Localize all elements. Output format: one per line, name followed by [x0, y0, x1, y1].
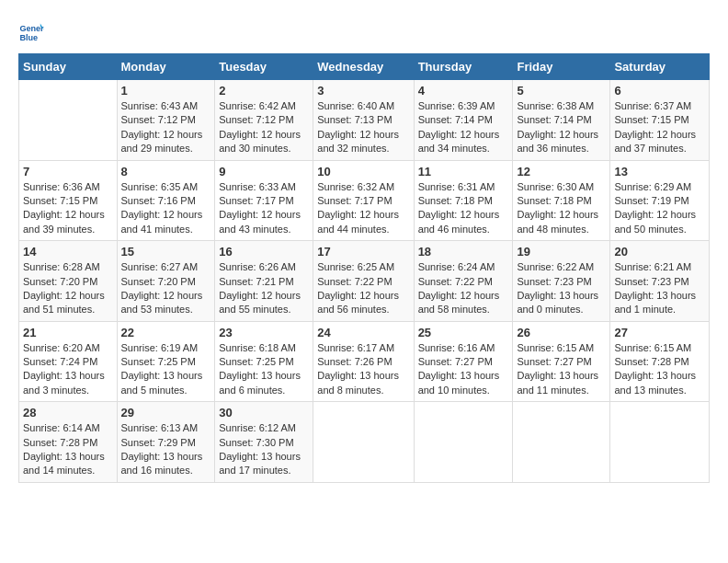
calendar-cell: 25Sunrise: 6:16 AM Sunset: 7:27 PM Dayli… [414, 321, 513, 402]
day-info: Sunrise: 6:19 AM Sunset: 7:25 PM Dayligh… [121, 341, 211, 398]
calendar-cell: 30Sunrise: 6:12 AM Sunset: 7:30 PM Dayli… [215, 402, 313, 483]
calendar-week-3: 14Sunrise: 6:28 AM Sunset: 7:20 PM Dayli… [19, 241, 710, 322]
calendar-cell: 29Sunrise: 6:13 AM Sunset: 7:29 PM Dayli… [117, 402, 215, 483]
day-info: Sunrise: 6:16 AM Sunset: 7:27 PM Dayligh… [418, 341, 509, 398]
day-info: Sunrise: 6:33 AM Sunset: 7:17 PM Dayligh… [219, 180, 309, 237]
day-info: Sunrise: 6:12 AM Sunset: 7:30 PM Dayligh… [219, 421, 309, 478]
calendar-header-row: SundayMondayTuesdayWednesdayThursdayFrid… [19, 54, 710, 80]
calendar-week-5: 28Sunrise: 6:14 AM Sunset: 7:28 PM Dayli… [19, 402, 710, 483]
day-number: 18 [418, 245, 509, 259]
day-number: 21 [23, 326, 113, 339]
day-number: 1 [121, 84, 211, 98]
calendar-cell: 19Sunrise: 6:22 AM Sunset: 7:23 PM Dayli… [513, 241, 610, 322]
day-info: Sunrise: 6:22 AM Sunset: 7:23 PM Dayligh… [517, 260, 606, 317]
day-info: Sunrise: 6:25 AM Sunset: 7:22 PM Dayligh… [317, 260, 409, 317]
calendar-cell: 10Sunrise: 6:32 AM Sunset: 7:17 PM Dayli… [313, 160, 414, 241]
calendar-cell: 23Sunrise: 6:18 AM Sunset: 7:25 PM Dayli… [215, 321, 313, 402]
calendar-cell [19, 80, 118, 161]
day-info: Sunrise: 6:24 AM Sunset: 7:22 PM Dayligh… [418, 260, 509, 317]
day-number: 17 [317, 245, 409, 259]
day-number: 5 [517, 84, 606, 98]
day-number: 26 [517, 326, 606, 339]
day-number: 13 [614, 165, 705, 178]
calendar-cell: 7Sunrise: 6:36 AM Sunset: 7:15 PM Daylig… [19, 160, 118, 241]
calendar-cell: 6Sunrise: 6:37 AM Sunset: 7:15 PM Daylig… [610, 80, 710, 161]
day-number: 9 [219, 165, 309, 178]
day-info: Sunrise: 6:21 AM Sunset: 7:23 PM Dayligh… [614, 260, 705, 317]
calendar-week-2: 7Sunrise: 6:36 AM Sunset: 7:15 PM Daylig… [19, 160, 710, 241]
calendar-cell: 13Sunrise: 6:29 AM Sunset: 7:19 PM Dayli… [610, 160, 710, 241]
day-info: Sunrise: 6:26 AM Sunset: 7:21 PM Dayligh… [219, 260, 309, 317]
calendar-week-1: 1Sunrise: 6:43 AM Sunset: 7:12 PM Daylig… [19, 80, 710, 161]
calendar-cell: 27Sunrise: 6:15 AM Sunset: 7:28 PM Dayli… [610, 321, 710, 402]
weekday-header-thursday: Thursday [414, 54, 513, 80]
weekday-header-friday: Friday [513, 54, 610, 80]
svg-text:Blue: Blue [19, 33, 38, 42]
calendar-week-4: 21Sunrise: 6:20 AM Sunset: 7:24 PM Dayli… [19, 321, 710, 402]
weekday-header-sunday: Sunday [19, 54, 118, 80]
weekday-header-wednesday: Wednesday [313, 54, 414, 80]
calendar-cell: 12Sunrise: 6:30 AM Sunset: 7:18 PM Dayli… [513, 160, 610, 241]
day-number: 8 [121, 165, 211, 178]
calendar-cell: 9Sunrise: 6:33 AM Sunset: 7:17 PM Daylig… [215, 160, 313, 241]
day-number: 2 [219, 84, 309, 98]
calendar-cell: 20Sunrise: 6:21 AM Sunset: 7:23 PM Dayli… [610, 241, 710, 322]
calendar-cell [313, 402, 414, 483]
day-number: 10 [317, 165, 409, 178]
day-number: 28 [23, 406, 113, 419]
calendar-cell: 2Sunrise: 6:42 AM Sunset: 7:12 PM Daylig… [215, 80, 313, 161]
calendar-cell: 21Sunrise: 6:20 AM Sunset: 7:24 PM Dayli… [19, 321, 118, 402]
weekday-header-saturday: Saturday [610, 54, 710, 80]
day-info: Sunrise: 6:40 AM Sunset: 7:13 PM Dayligh… [317, 99, 409, 156]
day-number: 30 [219, 406, 309, 419]
day-info: Sunrise: 6:39 AM Sunset: 7:14 PM Dayligh… [418, 99, 509, 156]
calendar-cell: 24Sunrise: 6:17 AM Sunset: 7:26 PM Dayli… [313, 321, 414, 402]
day-number: 29 [121, 406, 211, 419]
day-number: 20 [614, 245, 705, 259]
calendar-cell: 18Sunrise: 6:24 AM Sunset: 7:22 PM Dayli… [414, 241, 513, 322]
calendar-cell: 4Sunrise: 6:39 AM Sunset: 7:14 PM Daylig… [414, 80, 513, 161]
day-number: 19 [517, 245, 606, 259]
day-number: 23 [219, 326, 309, 339]
calendar-cell: 8Sunrise: 6:35 AM Sunset: 7:16 PM Daylig… [117, 160, 215, 241]
calendar-cell: 17Sunrise: 6:25 AM Sunset: 7:22 PM Dayli… [313, 241, 414, 322]
calendar-cell: 1Sunrise: 6:43 AM Sunset: 7:12 PM Daylig… [117, 80, 215, 161]
day-number: 3 [317, 84, 409, 98]
day-info: Sunrise: 6:29 AM Sunset: 7:19 PM Dayligh… [614, 180, 705, 237]
weekday-header-tuesday: Tuesday [215, 54, 313, 80]
day-info: Sunrise: 6:13 AM Sunset: 7:29 PM Dayligh… [121, 421, 211, 478]
calendar-cell [513, 402, 610, 483]
day-info: Sunrise: 6:20 AM Sunset: 7:24 PM Dayligh… [23, 341, 113, 398]
calendar-cell: 5Sunrise: 6:38 AM Sunset: 7:14 PM Daylig… [513, 80, 610, 161]
logo-icon: General Blue [18, 18, 44, 44]
day-info: Sunrise: 6:37 AM Sunset: 7:15 PM Dayligh… [614, 99, 705, 156]
day-number: 6 [614, 84, 705, 98]
day-number: 24 [317, 326, 409, 339]
calendar-cell: 14Sunrise: 6:28 AM Sunset: 7:20 PM Dayli… [19, 241, 118, 322]
calendar-cell: 28Sunrise: 6:14 AM Sunset: 7:28 PM Dayli… [19, 402, 118, 483]
calendar-cell: 15Sunrise: 6:27 AM Sunset: 7:20 PM Dayli… [117, 241, 215, 322]
logo: General Blue [18, 18, 48, 44]
day-info: Sunrise: 6:32 AM Sunset: 7:17 PM Dayligh… [317, 180, 409, 237]
calendar-cell: 16Sunrise: 6:26 AM Sunset: 7:21 PM Dayli… [215, 241, 313, 322]
day-number: 27 [614, 326, 705, 339]
calendar-cell [610, 402, 710, 483]
day-info: Sunrise: 6:36 AM Sunset: 7:15 PM Dayligh… [23, 180, 113, 237]
day-info: Sunrise: 6:27 AM Sunset: 7:20 PM Dayligh… [121, 260, 211, 317]
day-info: Sunrise: 6:30 AM Sunset: 7:18 PM Dayligh… [517, 180, 606, 237]
day-info: Sunrise: 6:31 AM Sunset: 7:18 PM Dayligh… [418, 180, 509, 237]
day-number: 4 [418, 84, 509, 98]
calendar-cell [414, 402, 513, 483]
day-number: 7 [23, 165, 113, 178]
day-number: 22 [121, 326, 211, 339]
calendar-cell: 11Sunrise: 6:31 AM Sunset: 7:18 PM Dayli… [414, 160, 513, 241]
day-info: Sunrise: 6:14 AM Sunset: 7:28 PM Dayligh… [23, 421, 113, 478]
calendar-cell: 3Sunrise: 6:40 AM Sunset: 7:13 PM Daylig… [313, 80, 414, 161]
day-info: Sunrise: 6:15 AM Sunset: 7:27 PM Dayligh… [517, 341, 606, 398]
day-info: Sunrise: 6:17 AM Sunset: 7:26 PM Dayligh… [317, 341, 409, 398]
day-number: 12 [517, 165, 606, 178]
page-header: General Blue [18, 18, 710, 44]
calendar-cell: 26Sunrise: 6:15 AM Sunset: 7:27 PM Dayli… [513, 321, 610, 402]
day-info: Sunrise: 6:35 AM Sunset: 7:16 PM Dayligh… [121, 180, 211, 237]
day-info: Sunrise: 6:28 AM Sunset: 7:20 PM Dayligh… [23, 260, 113, 317]
